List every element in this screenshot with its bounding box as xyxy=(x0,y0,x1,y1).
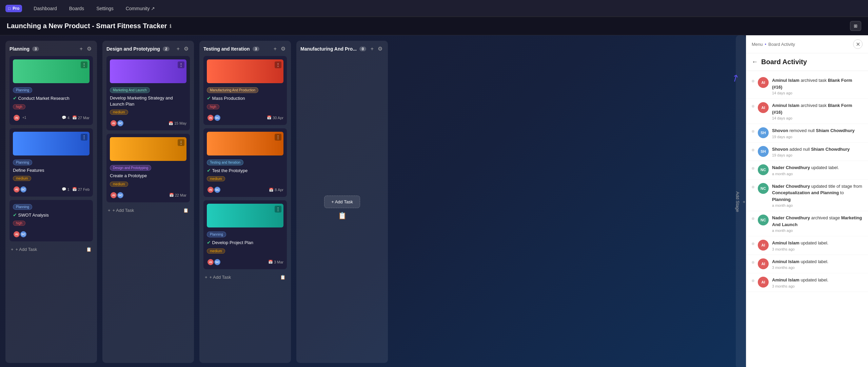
card-due-date: 📅22 Mar xyxy=(169,193,186,197)
add-task-button[interactable]: ++ Add Task 📋 xyxy=(9,245,93,254)
card-menu-button[interactable]: ⋮ xyxy=(275,134,281,141)
task-card[interactable]: ⋮ Marketing And Launch Develop Marketing… xyxy=(106,56,190,130)
column-header-left: Testing and Iteration 3 xyxy=(203,46,259,52)
card-footer: AISC 💬1📅27 Feb xyxy=(13,186,90,193)
card-avatars: AISC xyxy=(110,120,124,127)
card-due-date: 📅8 Apr xyxy=(269,188,283,192)
task-card[interactable]: ⋮ Manufacturing And Production ✔ Mass Pr… xyxy=(203,56,287,125)
card-label: Planning xyxy=(13,160,32,165)
card-label: Marketing And Launch xyxy=(110,87,150,93)
card-color-bar: ⋮ xyxy=(13,59,90,83)
task-card[interactable]: Planning ✔ SWOT Analysis high AISC xyxy=(9,200,93,242)
task-card[interactable]: ⋮ Planning Define Features medium AISC 💬… xyxy=(9,128,93,197)
panel-close-button[interactable]: ✕ xyxy=(853,39,863,49)
breadcrumb-page: Board Activity xyxy=(768,42,795,47)
main-area: Planning 3 + ⚙ ⋮ Planning ✔ Conduct Mark… xyxy=(0,35,868,367)
column-add-button[interactable]: + xyxy=(272,45,278,53)
check-icon: ✔ xyxy=(13,212,17,218)
card-meta: 💬1📅27 Feb xyxy=(62,187,90,191)
avatar: SC xyxy=(117,191,124,199)
activity-time: a month ago xyxy=(772,203,863,207)
board-title: Launching a New Product - Smart Fitness … xyxy=(7,22,171,30)
calendar-icon: 📅 xyxy=(72,115,77,120)
add-stage-button[interactable]: + Add Stage xyxy=(736,35,746,367)
nav-settings[interactable]: Settings xyxy=(92,4,118,13)
card-color-bar: ⋮ xyxy=(207,59,283,83)
avatar: SC xyxy=(20,231,27,238)
calendar-icon: 📅 xyxy=(268,260,273,264)
card-menu-button[interactable]: ⋮ xyxy=(81,61,87,68)
card-menu-button[interactable]: ⋮ xyxy=(275,61,281,68)
task-card[interactable]: ⋮ Design and Prototyping Create a Protot… xyxy=(106,134,190,202)
column-add-button[interactable]: + xyxy=(369,45,375,53)
activity-time: a month ago xyxy=(772,172,863,176)
activity-item: NC Nader Chowdhury updated title of stag… xyxy=(746,180,868,212)
add-task-empty-button[interactable]: + Add Task xyxy=(324,196,360,208)
avatar: AI xyxy=(110,191,117,199)
card-title: ✔ Test the Prototype xyxy=(207,167,283,174)
calendar-icon: 📅 xyxy=(169,193,174,197)
card-menu-button[interactable]: ⋮ xyxy=(81,134,87,141)
activity-content: Shovon removed null Shiam Chowdhury 19 d… xyxy=(772,127,863,139)
activity-content: Nader Chowdhury updated title of stage f… xyxy=(772,183,863,208)
activity-item: AI Aminul Islam updated label. 3 months … xyxy=(746,255,868,274)
avatar: AI xyxy=(207,114,214,122)
card-menu-button[interactable]: ⋮ xyxy=(178,61,184,68)
avatar: AI xyxy=(207,258,214,266)
card-due-date: 📅3 Mar xyxy=(268,260,283,264)
column-actions: + ⚙ xyxy=(369,45,384,53)
template-icon: 📋 xyxy=(338,212,347,220)
card-label: Manufacturing And Production xyxy=(207,87,258,93)
card-footer: AI+1 💬4📅27 Mar xyxy=(13,114,90,122)
view-toggle-button[interactable]: ⊞ xyxy=(850,21,861,31)
avatar: AI xyxy=(207,186,214,194)
card-due-date: 📅15 May xyxy=(169,121,186,126)
column-header-left: Design and Prototyping 2 xyxy=(106,46,170,52)
task-card[interactable]: ⋮ Testing and Iteration ✔ Test the Proto… xyxy=(203,128,287,197)
board-header: Launching a New Product - Smart Fitness … xyxy=(0,17,868,35)
avatar: SC xyxy=(20,186,27,193)
card-due-date: 📅27 Mar xyxy=(72,115,90,120)
card-color-bar: ⋮ xyxy=(207,204,283,227)
column-settings-button[interactable]: ⚙ xyxy=(85,45,93,53)
add-task-icon: 📋 xyxy=(183,208,189,213)
panel-topbar: Menu • Board Activity ✕ xyxy=(746,35,868,53)
card-meta: 💬4📅27 Mar xyxy=(62,115,90,120)
add-task-button[interactable]: ++ Add Task 📋 xyxy=(203,273,287,282)
nav-boards[interactable]: Boards xyxy=(64,4,89,13)
nav-community[interactable]: Community ↗ xyxy=(121,4,160,13)
column-settings-button[interactable]: ⚙ xyxy=(376,45,384,53)
activity-dot xyxy=(752,105,754,108)
column-add-button[interactable]: + xyxy=(175,45,181,53)
activity-time: 3 months ago xyxy=(772,247,863,251)
column-settings-button[interactable]: ⚙ xyxy=(279,45,287,53)
column-add-button[interactable]: + xyxy=(78,45,84,53)
nav-dashboard[interactable]: Dashboard xyxy=(29,4,62,13)
activity-text: Aminul Islam archived task Blank Form (#… xyxy=(772,103,852,115)
activity-item: SH Shovon removed null Shiam Chowdhury 1… xyxy=(746,124,868,143)
activity-item: NC Nader Chowdhury archived stage Market… xyxy=(746,211,868,236)
app-logo[interactable]: □ Pro xyxy=(5,5,22,12)
check-icon: ✔ xyxy=(207,168,211,173)
card-menu-button[interactable]: ⋮ xyxy=(275,206,281,213)
card-label: Planning xyxy=(207,232,226,237)
column-count: 0 xyxy=(359,47,366,51)
kanban-column-design: Design and Prototyping 2 + ⚙ ⋮ Marketing… xyxy=(102,41,194,363)
board-info-icon[interactable]: ℹ xyxy=(170,23,171,29)
panel-back-button[interactable]: ← xyxy=(752,58,758,66)
add-task-button[interactable]: ++ Add Task 📋 xyxy=(106,206,190,215)
column-settings-button[interactable]: ⚙ xyxy=(182,45,190,53)
activity-dot xyxy=(752,261,754,264)
activity-avatar: NC xyxy=(758,215,769,225)
card-label: Design and Prototyping xyxy=(110,165,151,171)
kanban-board: Planning 3 + ⚙ ⋮ Planning ✔ Conduct Mark… xyxy=(0,35,736,367)
avatar: AI xyxy=(13,186,20,193)
pro-badge: Pro xyxy=(13,6,19,11)
kanban-column-testing: Testing and Iteration 3 + ⚙ ⋮ Manufactur… xyxy=(199,41,291,363)
task-card[interactable]: ⋮ Planning ✔ Conduct Market Research hig… xyxy=(9,56,93,125)
task-card[interactable]: ⋮ Planning ✔ Develop Project Plan medium… xyxy=(203,200,287,269)
column-header: Design and Prototyping 2 + ⚙ xyxy=(106,45,190,53)
breadcrumb-menu[interactable]: Menu xyxy=(752,42,763,47)
activity-dot xyxy=(752,80,754,82)
card-menu-button[interactable]: ⋮ xyxy=(178,139,184,146)
